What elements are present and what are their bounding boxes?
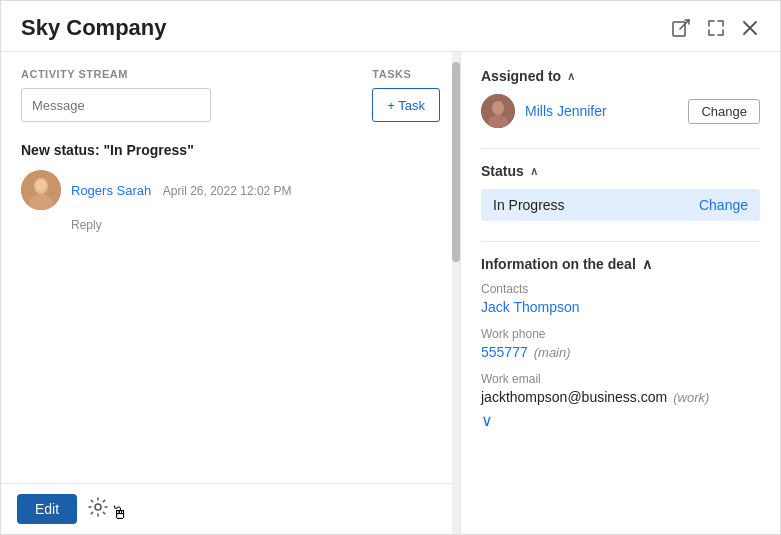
page-title: Sky Company	[21, 15, 167, 41]
status-chevron-up[interactable]: ∧	[530, 165, 538, 178]
edit-button[interactable]: Edit	[17, 494, 77, 524]
user-date: April 26, 2022 12:02 PM	[163, 184, 292, 198]
divider-1	[481, 148, 760, 149]
header-icons	[670, 17, 760, 39]
assigned-chevron-up[interactable]: ∧	[567, 70, 575, 83]
divider-2	[481, 241, 760, 242]
left-content: ACTIVITY STREAM TASKS + Task New status:…	[1, 52, 460, 483]
svg-point-5	[95, 504, 101, 510]
status-section: Status ∧ In Progress Change	[481, 163, 760, 221]
status-label: Status	[481, 163, 524, 179]
message-input[interactable]	[21, 88, 211, 122]
user-info: Rogers Sarah April 26, 2022 12:02 PM	[71, 183, 292, 198]
work-email-label: Work email	[481, 372, 760, 386]
main-container: Sky Company	[0, 0, 781, 535]
close-icon[interactable]	[740, 18, 760, 38]
phone-number[interactable]: 555777	[481, 344, 528, 360]
tasks-label: TASKS	[372, 68, 411, 80]
assigned-row: Mills Jennifer Change	[481, 94, 760, 128]
left-bottom-bar: Edit 🖱	[1, 483, 460, 534]
add-task-button[interactable]: + Task	[372, 88, 440, 122]
assigned-change-button[interactable]: Change	[688, 99, 760, 124]
activity-user-row: Rogers Sarah April 26, 2022 12:02 PM	[21, 170, 440, 210]
assigned-section: Assigned to ∧ Mills Jennifer Change	[481, 68, 760, 128]
user-name-link[interactable]: Rogers Sarah	[71, 183, 151, 198]
assigned-label: Assigned to	[481, 68, 561, 84]
avatar-jennifer	[481, 94, 515, 128]
activity-status-text: New status: "In Progress"	[21, 142, 440, 158]
work-phone-label: Work phone	[481, 327, 760, 341]
assigned-section-header: Assigned to ∧	[481, 68, 760, 84]
cursor-indicator: 🖱	[111, 503, 129, 524]
email-tag: (work)	[673, 390, 709, 405]
activity-label: ACTIVITY STREAM	[21, 68, 356, 80]
email-row: jackthompson@business.com (work)	[481, 389, 760, 405]
svg-rect-0	[673, 22, 685, 36]
scrollbar[interactable]	[452, 52, 460, 534]
phone-row: 555777 (main)	[481, 344, 760, 360]
scrollbar-thumb	[452, 62, 460, 262]
deal-info-header: Information on the deal ∧	[481, 256, 760, 272]
email-chevron-down[interactable]: ∨	[481, 411, 760, 430]
deal-info-label: Information on the deal	[481, 256, 636, 272]
settings-icon[interactable]	[87, 496, 109, 523]
status-section-header: Status ∧	[481, 163, 760, 179]
status-change-button[interactable]: Change	[699, 197, 748, 213]
deal-info-section: Information on the deal ∧ Contacts Jack …	[481, 256, 760, 430]
expand-icon[interactable]	[706, 18, 726, 38]
contact-name-link[interactable]: Jack Thompson	[481, 299, 760, 315]
left-panel: ACTIVITY STREAM TASKS + Task New status:…	[1, 52, 461, 534]
export-icon[interactable]	[670, 17, 692, 39]
email-value: jackthompson@business.com	[481, 389, 667, 405]
activity-item: New status: "In Progress" Rogers Sarah	[21, 142, 440, 232]
contacts-label: Contacts	[481, 282, 760, 296]
svg-point-7	[492, 101, 504, 115]
activity-tasks-row: ACTIVITY STREAM TASKS + Task	[21, 68, 440, 122]
header: Sky Company	[1, 1, 780, 52]
deal-info-chevron-up[interactable]: ∧	[642, 256, 652, 272]
user-avatar-sarah	[21, 170, 61, 210]
status-value: In Progress	[493, 197, 565, 213]
main-body: ACTIVITY STREAM TASKS + Task New status:…	[1, 52, 780, 534]
phone-tag: (main)	[534, 345, 571, 360]
right-panel: Assigned to ∧ Mills Jennifer Change	[461, 52, 780, 534]
assigned-name[interactable]: Mills Jennifer	[525, 103, 678, 119]
reply-link[interactable]: Reply	[71, 218, 440, 232]
svg-point-4	[36, 179, 46, 191]
status-row: In Progress Change	[481, 189, 760, 221]
